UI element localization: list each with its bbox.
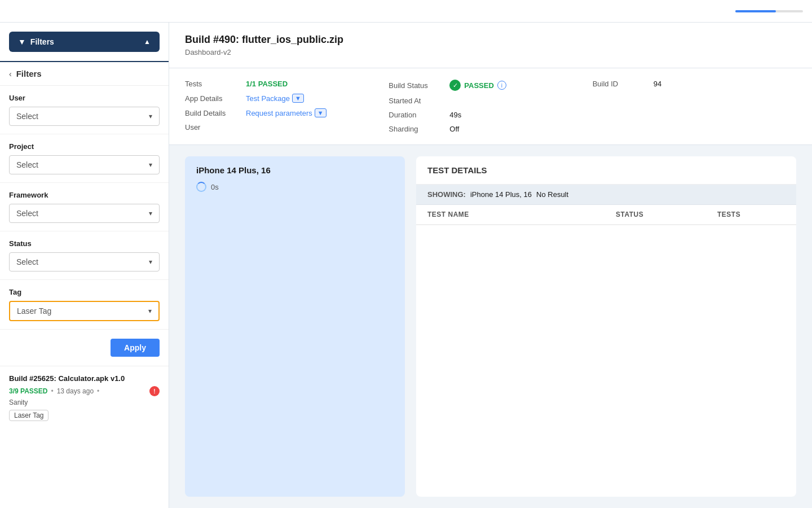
app-details-label: App Details [185, 94, 241, 103]
status-select-value: Select [16, 257, 38, 266]
tests-value: 1/1 PASSED [246, 80, 288, 88]
filters-panel-title: Filters [16, 69, 42, 78]
sharding-label: Sharding [389, 125, 445, 133]
tag-filter-group: Tag Laser Tag ▾ [0, 280, 169, 330]
showing-device: iPhone 14 Plus, 16 [470, 190, 532, 199]
build-title: Build #490: flutter_ios_public.zip [185, 34, 796, 46]
app-details-link[interactable]: Test Package ▼ [246, 94, 304, 103]
meta-dot: • [51, 387, 53, 395]
build-status-label: Build Status [389, 81, 445, 90]
dropdown-badge[interactable]: ▼ [292, 94, 304, 103]
build-details-label: Build Details [185, 109, 241, 117]
tag-badge: Laser Tag [9, 410, 48, 421]
chevron-down-icon: ▾ [148, 307, 152, 315]
duration-value: 49s [449, 111, 461, 119]
user-select-dropdown[interactable]: Select ▾ [9, 107, 160, 126]
status-select-dropdown[interactable]: Select ▾ [9, 252, 160, 271]
status-filter-label: Status [9, 239, 160, 248]
test-details-title: TEST DETAILS [416, 156, 796, 185]
meta-column-1: Tests 1/1 PASSED App Details Test Packag… [185, 80, 389, 133]
framework-filter-group: Framework Select ▾ [0, 183, 169, 231]
chevron-down-icon: ▾ [149, 258, 152, 266]
framework-select-dropdown[interactable]: Select ▾ [9, 204, 160, 223]
started-at-meta-item: Started At [389, 97, 592, 105]
build-details-meta-item: Build Details Request parameters ▼ [185, 108, 389, 117]
framework-select-value: Select [16, 209, 38, 218]
tag-select-value: Laser Tag [17, 306, 51, 316]
user-select-value: Select [16, 112, 38, 121]
duration-label: Duration [389, 111, 445, 119]
user-filter-group: User Select ▾ [0, 86, 169, 134]
showing-result: No Result [536, 190, 568, 199]
warning-icon: ! [149, 386, 160, 396]
project-filter-group: Project Select ▾ [0, 134, 169, 183]
project-select-value: Select [16, 160, 38, 169]
sharding-value: Off [449, 125, 459, 133]
back-arrow-icon: ‹ [9, 69, 12, 78]
build-status-badge: ✓ PASSED i [449, 80, 506, 91]
filter-icon: ▼ [18, 37, 26, 46]
device-name: iPhone 14 Plus, 16 [196, 165, 394, 175]
device-card[interactable]: iPhone 14 Plus, 16 0s [185, 156, 405, 497]
list-item[interactable]: Build #25625: Calculator.apk v1.0 3/9 PA… [0, 366, 169, 429]
col-status: STATUS [616, 211, 717, 218]
tag-filter-label: Tag [9, 288, 160, 296]
filters-toggle-button[interactable]: ▼ Filters ▲ [9, 32, 160, 52]
build-status-meta-item: Build Status ✓ PASSED i [389, 80, 592, 91]
duration-meta-item: Duration 49s [389, 111, 592, 119]
showing-label: SHOWING: [427, 190, 466, 199]
app-details-meta-item: App Details Test Package ▼ [185, 94, 389, 103]
sidebar: ▼ Filters ▲ ‹ Filters User Select ▾ [0, 23, 169, 508]
progress-fill [735, 10, 776, 12]
apply-row: Apply [0, 330, 169, 366]
filters-header[interactable]: ‹ Filters [0, 62, 169, 86]
build-id-meta-item: Build ID 94 [593, 80, 796, 88]
right-panel: Build #490: flutter_ios_public.zip Dashb… [169, 23, 812, 508]
meta-column-3: Build ID 94 [593, 80, 796, 133]
user-meta-item: User [185, 123, 389, 132]
filters-panel: ‹ Filters User Select ▾ Project Select [0, 61, 169, 508]
build-meta-grid: Tests 1/1 PASSED App Details Test Packag… [169, 68, 812, 145]
device-time: 0s [211, 183, 219, 191]
chevron-up-icon: ▲ [144, 38, 151, 46]
sharding-meta-item: Sharding Off [389, 125, 592, 133]
passed-circle-icon: ✓ [449, 80, 461, 91]
showing-row: SHOWING: iPhone 14 Plus, 16 No Result [416, 185, 796, 205]
build-passed-text: 3/9 PASSED [9, 387, 47, 395]
test-details-panel: TEST DETAILS SHOWING: iPhone 14 Plus, 16… [416, 156, 796, 497]
project-filter-label: Project [9, 142, 160, 151]
col-tests: TESTS [717, 211, 785, 218]
user-filter-label: User [9, 94, 160, 102]
meta-column-2: Build Status ✓ PASSED i Started At Durat… [389, 80, 592, 133]
status-filter-group: Status Select ▾ [0, 231, 169, 280]
chevron-down-icon: ▾ [149, 209, 152, 217]
meta-dot2: • [97, 387, 99, 395]
meta-time: 13 days ago [57, 387, 94, 395]
tests-meta-item: Tests 1/1 PASSED [185, 80, 389, 88]
spinner-icon [196, 182, 206, 192]
build-subtitle: Dashboard-v2 [185, 48, 796, 56]
build-status-value: PASSED [464, 81, 494, 90]
framework-filter-label: Framework [9, 191, 160, 199]
build-id-label: Build ID [593, 80, 649, 88]
project-select-dropdown[interactable]: Select ▾ [9, 155, 160, 174]
build-header: Build #490: flutter_ios_public.zip Dashb… [169, 23, 812, 68]
started-at-label: Started At [389, 97, 445, 105]
build-id-value: 94 [654, 80, 661, 88]
build-item-meta: 3/9 PASSED • 13 days ago • ! [9, 386, 160, 396]
apply-button[interactable]: Apply [111, 339, 160, 357]
dropdown-badge-2[interactable]: ▼ [315, 108, 326, 117]
build-item-title: Build #25625: Calculator.apk v1.0 [9, 374, 160, 383]
user-label: User [185, 123, 241, 132]
filters-toggle-label: Filters [30, 37, 54, 46]
progress-bar [735, 10, 803, 12]
chevron-down-icon: ▾ [149, 161, 152, 169]
col-test-name: TEST NAME [427, 211, 616, 218]
info-icon[interactable]: i [497, 81, 506, 90]
top-bar [0, 0, 812, 23]
build-details-link[interactable]: Request parameters ▼ [246, 108, 326, 117]
table-header: TEST NAME STATUS TESTS [416, 205, 796, 225]
tag-select-dropdown[interactable]: Laser Tag ▾ [9, 301, 160, 321]
tests-label: Tests [185, 80, 241, 88]
device-loading: 0s [196, 182, 394, 192]
